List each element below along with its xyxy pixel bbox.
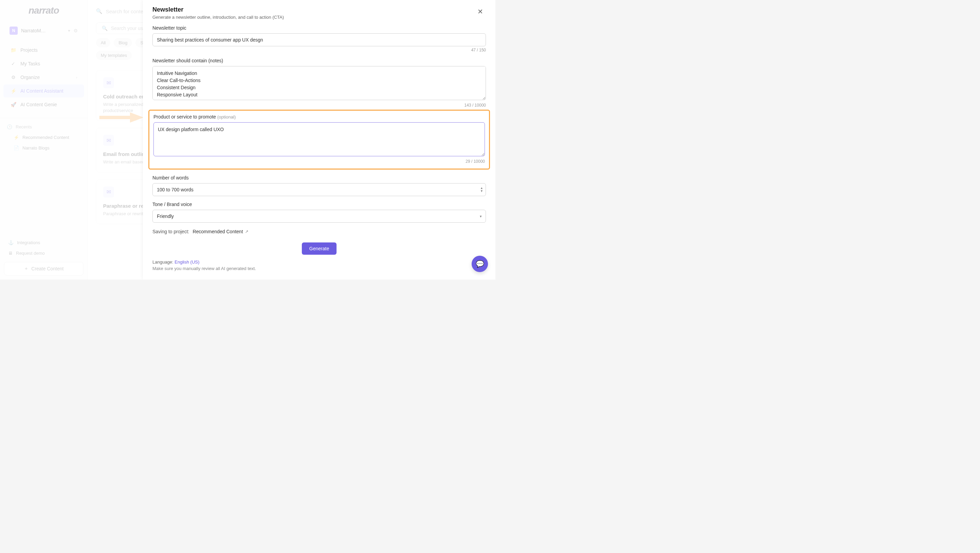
generate-button[interactable]: Generate bbox=[302, 242, 337, 255]
newsletter-modal: Newsletter Generate a newsletter outline… bbox=[143, 0, 495, 280]
words-select[interactable]: 100 to 700 words bbox=[153, 183, 486, 196]
modal-title-block: Newsletter Generate a newsletter outline… bbox=[153, 6, 284, 20]
highlighted-product-section: Product or service to promote (optional)… bbox=[148, 110, 490, 170]
language-label: Language: bbox=[153, 260, 173, 265]
language-link[interactable]: English (US) bbox=[175, 260, 199, 265]
topic-char-count: 47 / 150 bbox=[153, 48, 486, 53]
tone-select[interactable]: Friendly bbox=[153, 210, 486, 223]
tone-label: Tone / Brand voice bbox=[153, 202, 486, 207]
form-row-topic: Newsletter topic 47 / 150 bbox=[153, 25, 486, 53]
form-row-words: Number of words 100 to 700 words ▲▼ bbox=[153, 175, 486, 196]
saving-label: Saving to project: bbox=[153, 229, 189, 234]
product-label: Product or service to promote (optional) bbox=[153, 114, 485, 120]
review-notice: Make sure you manually review all AI gen… bbox=[153, 266, 486, 271]
product-label-text: Product or service to promote bbox=[153, 114, 216, 120]
language-line: Language: English (US) bbox=[153, 260, 486, 265]
modal-header: Newsletter Generate a newsletter outline… bbox=[153, 6, 486, 20]
topic-input[interactable] bbox=[153, 33, 486, 46]
words-label: Number of words bbox=[153, 175, 486, 180]
product-optional: (optional) bbox=[218, 115, 236, 120]
topic-label: Newsletter topic bbox=[153, 25, 486, 31]
saving-project-link[interactable]: Recommended Content ↗ bbox=[192, 229, 248, 234]
notes-label: Newsletter should contain (notes) bbox=[153, 58, 486, 63]
notes-char-count: 143 / 10000 bbox=[153, 103, 486, 108]
product-char-count: 29 / 10000 bbox=[153, 159, 485, 164]
stepper-icon: ▲▼ bbox=[480, 186, 483, 193]
close-icon[interactable]: ✕ bbox=[475, 6, 486, 17]
chat-icon: 💬 bbox=[476, 260, 484, 268]
chat-fab[interactable]: 💬 bbox=[472, 256, 488, 272]
saving-project-name: Recommended Content bbox=[192, 229, 243, 234]
form-row-notes: Newsletter should contain (notes) 143 / … bbox=[153, 58, 486, 108]
saving-row: Saving to project: Recommended Content ↗ bbox=[153, 229, 486, 234]
notes-textarea[interactable] bbox=[153, 66, 486, 100]
modal-title: Newsletter bbox=[153, 6, 284, 13]
external-link-icon: ↗ bbox=[245, 229, 248, 234]
form-row-tone: Tone / Brand voice Friendly ▾ bbox=[153, 202, 486, 223]
modal-subtitle: Generate a newsletter outline, introduct… bbox=[153, 14, 284, 20]
product-textarea[interactable] bbox=[153, 122, 485, 156]
